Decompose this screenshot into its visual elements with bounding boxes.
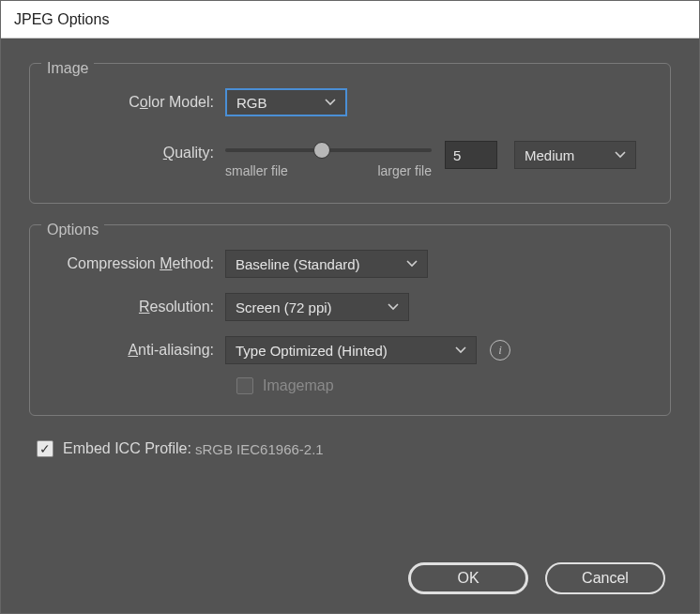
cancel-button[interactable]: Cancel [545,562,665,594]
slider-min-caption: smaller file [225,163,288,178]
info-icon[interactable]: i [490,340,510,361]
dialog-body: Image Color Model: RGB Quality: [1,38,699,613]
quality-preset-value: Medium [525,147,574,163]
dialog-title: JPEG Options [14,11,109,28]
image-group: Image Color Model: RGB Quality: [29,63,671,204]
options-group: Options Compression Method: Baseline (St… [29,224,671,416]
compression-value: Baseline (Standard) [236,256,360,272]
button-row: OK Cancel [29,545,671,594]
quality-input[interactable] [445,141,497,169]
resolution-label: Resolution: [53,299,225,315]
compression-label: Compression Method: [53,255,225,272]
options-legend: Options [41,222,104,238]
imagemap-label: Imagemap [263,377,334,394]
icc-checkbox[interactable] [37,440,53,457]
quality-slider[interactable] [225,141,432,160]
jpeg-options-dialog: JPEG Options Image Color Model: RGB Qual… [0,0,700,614]
color-model-select[interactable]: RGB [225,88,347,116]
antialias-label: Anti-aliasing: [53,342,225,359]
quality-slider-thumb[interactable] [313,142,330,159]
slider-max-caption: larger file [377,163,432,178]
icc-row: Embed ICC Profile: sRGB IEC61966-2.1 [37,440,671,457]
chevron-down-icon [406,260,418,268]
color-model-label: Color Model: [53,94,225,111]
imagemap-checkbox [236,377,253,394]
antialias-value: Type Optimized (Hinted) [236,343,388,359]
chevron-down-icon [615,151,626,159]
icc-profile: sRGB IEC61966-2.1 [195,441,324,457]
chevron-down-icon [455,346,466,354]
antialias-select[interactable]: Type Optimized (Hinted) [225,336,477,364]
image-legend: Image [41,60,94,77]
compression-select[interactable]: Baseline (Standard) [225,250,428,278]
chevron-down-icon [388,303,399,311]
icc-label: Embed ICC Profile: [63,440,191,457]
resolution-select[interactable]: Screen (72 ppi) [225,293,409,321]
quality-label: Quality: [53,141,225,161]
chevron-down-icon [325,99,336,106]
titlebar: JPEG Options [1,1,699,38]
quality-preset-select[interactable]: Medium [514,141,636,169]
quality-slider-area: smaller file larger file [225,141,432,178]
color-model-value: RGB [236,95,267,111]
ok-button[interactable]: OK [408,562,528,594]
resolution-value: Screen (72 ppi) [236,299,332,315]
imagemap-row: Imagemap [236,377,647,394]
